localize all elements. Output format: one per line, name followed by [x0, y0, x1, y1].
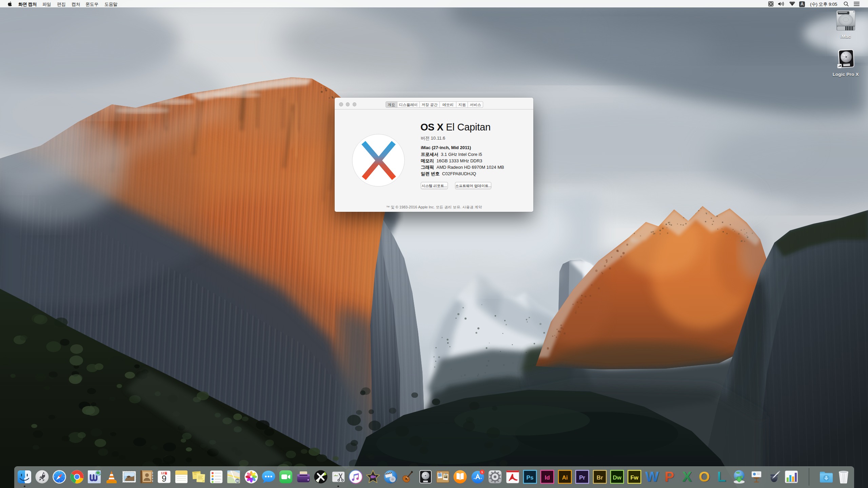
svg-text:Fw: Fw: [630, 474, 638, 481]
svg-text:Pr: Pr: [579, 474, 585, 481]
svg-text:P: P: [665, 469, 674, 484]
svg-text:Ai: Ai: [562, 474, 568, 481]
svg-text:W: W: [645, 469, 659, 484]
svg-text:Id: Id: [545, 474, 550, 481]
svg-text:Br: Br: [596, 474, 603, 481]
svg-text:Dw: Dw: [613, 474, 622, 481]
svg-text:O: O: [699, 469, 710, 484]
svg-text:X: X: [682, 469, 691, 484]
svg-text:3D: 3D: [236, 479, 239, 483]
svg-text:1: 1: [481, 470, 483, 474]
svg-text:L: L: [717, 469, 726, 484]
svg-text:9: 9: [162, 474, 166, 483]
svg-text:Ps: Ps: [526, 474, 533, 481]
